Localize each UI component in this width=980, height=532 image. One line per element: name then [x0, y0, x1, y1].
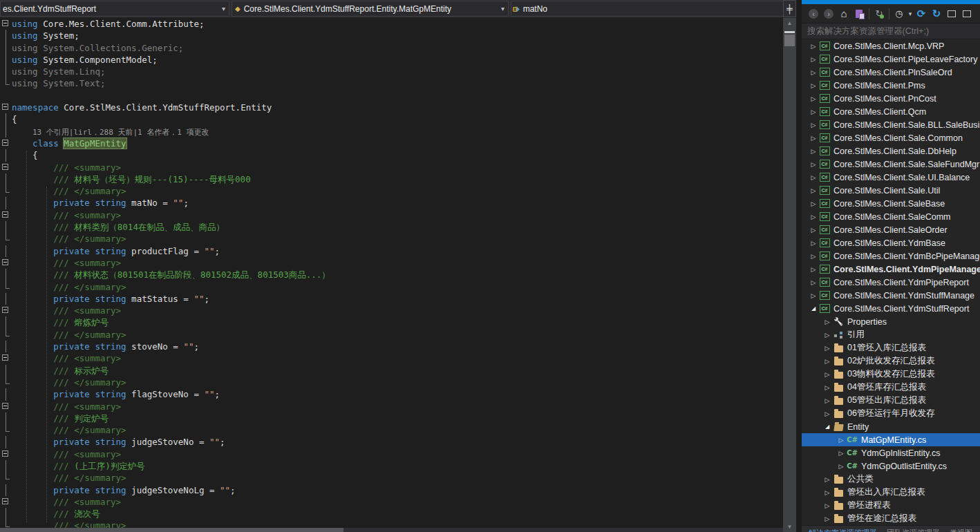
tree-row[interactable]: ▷04管坯库存汇总报表 — [802, 381, 980, 394]
tree-row[interactable]: ▷C#Core.StlMes.Client.Mcp.VRP — [802, 39, 980, 53]
expand-arrow-icon[interactable]: ▷ — [809, 266, 818, 273]
chevron-down-icon[interactable]: ▾ — [907, 10, 914, 17]
scroll-down-icon[interactable]: ▼ — [783, 524, 796, 530]
expand-arrow-icon[interactable]: ▷ — [822, 476, 832, 483]
expand-arrow-icon[interactable]: ▷ — [822, 371, 832, 378]
tree-row[interactable]: ▷管坯在途汇总报表 — [802, 512, 980, 525]
tree-row[interactable]: ▷C#Core.StlMes.Client.Sale.Common — [802, 131, 980, 144]
expand-arrow-icon[interactable]: ▷ — [809, 240, 818, 247]
vertical-scrollbar[interactable]: ▲ ▼ — [783, 18, 796, 532]
expand-arrow-icon[interactable]: ▷ — [809, 187, 818, 194]
tree-row[interactable]: ▷管坯出入库汇总报表 — [802, 486, 980, 499]
tree-row[interactable]: ▷06管坯运行年月收发存 — [802, 407, 980, 420]
show-all-files-button[interactable] — [959, 6, 974, 21]
tree-row[interactable]: ▷C#Core.StlMes.Client.Sale.Util — [802, 184, 980, 197]
filtered-view-button[interactable]: ↻ — [871, 6, 887, 21]
expand-arrow-icon[interactable]: ▷ — [822, 345, 832, 352]
expand-arrow-icon[interactable]: ▷ — [822, 515, 832, 522]
fold-marker-icon[interactable] — [0, 18, 12, 30]
expand-arrow-icon[interactable]: ▷ — [809, 161, 818, 168]
tree-row[interactable]: ▷C#Core.StlMes.Client.Sale.DbHelp — [802, 144, 980, 158]
expand-arrow-icon[interactable]: ▷ — [809, 200, 818, 207]
fold-marker-icon[interactable] — [0, 137, 12, 149]
tree-row[interactable]: ▷C#Core.StlMes.Client.Sale.UI.Balance — [802, 171, 980, 184]
tree-row[interactable]: ▷C#Core.StlMes.Client.Sale.BLL.SaleBusin… — [802, 118, 980, 131]
expand-arrow-icon[interactable]: ▷ — [836, 450, 846, 457]
fold-marker-icon[interactable] — [0, 448, 12, 460]
collapse-arrow-icon[interactable]: ◢ — [822, 424, 832, 430]
refresh-button[interactable]: ⟳ — [914, 6, 929, 21]
fold-marker-icon[interactable] — [0, 352, 12, 364]
tree-row[interactable]: ▷C#Core.StlMes.Client.YdmStuffManage — [802, 289, 980, 302]
tree-row[interactable]: ▷C#Core.StlMes.Client.SaleBase — [802, 197, 980, 210]
fold-marker-icon[interactable] — [0, 305, 12, 316]
tree-row[interactable]: ▷C#Core.StlMes.Client.PlnSaleOrd — [802, 66, 980, 79]
tree-row[interactable]: ▷C#Core.StlMes.Client.Qcm — [802, 105, 980, 118]
expand-arrow-icon[interactable]: ▷ — [822, 502, 832, 509]
tree-row[interactable]: ▷C#Core.StlMes.Client.PnCost — [802, 92, 980, 105]
horizontal-scrollbar[interactable] — [0, 528, 783, 532]
project-dropdown[interactable]: es.Client.YdmStuffReport ▾ — [0, 1, 229, 17]
tree-row[interactable]: ▷C#Core.StlMes.Client.SaleComm — [802, 210, 980, 223]
expand-arrow-icon[interactable]: ▷ — [822, 397, 832, 404]
expand-arrow-icon[interactable]: ▷ — [822, 358, 832, 365]
expand-arrow-icon[interactable]: ▷ — [809, 69, 818, 76]
split-editor-button[interactable]: ╪ — [783, 0, 796, 17]
expand-arrow-icon[interactable]: ▷ — [836, 437, 846, 444]
expand-arrow-icon[interactable]: ▷ — [822, 384, 832, 391]
scroll-up-icon[interactable]: ▲ — [783, 20, 796, 26]
tree-row[interactable]: ▷03物料收发存汇总报表 — [802, 368, 980, 381]
tree-row[interactable]: ▷C#Core.StlMes.Client.Sale.SaleFundMgr — [802, 158, 980, 171]
expand-arrow-icon[interactable]: ▷ — [822, 489, 832, 496]
tree-row[interactable]: ▷C#Core.StlMes.Client.YdmBase — [802, 236, 980, 249]
vertical-scrollbar-thumb[interactable] — [784, 35, 795, 46]
tree-row[interactable]: ▷05管坯出库汇总报表 — [802, 394, 980, 407]
panel-tab[interactable]: 解决方案资源管理器 — [809, 528, 877, 532]
panel-tab[interactable]: 团队资源管理器 — [887, 528, 940, 532]
expand-arrow-icon[interactable]: ▷ — [809, 227, 818, 234]
tree-row[interactable]: ▷公共类 — [802, 473, 980, 486]
fold-marker-icon[interactable] — [0, 257, 12, 269]
tree-row[interactable]: ▷02炉批收发存汇总报表 — [802, 354, 980, 368]
forward-button[interactable]: › — [821, 6, 836, 21]
expand-arrow-icon[interactable]: ▷ — [809, 174, 818, 181]
expand-arrow-icon[interactable]: ▷ — [809, 148, 818, 155]
tree-row[interactable]: ▷C#Core.StlMes.Client.SaleOrder — [802, 223, 980, 236]
expand-arrow-icon[interactable]: ▷ — [809, 43, 818, 50]
expand-arrow-icon[interactable]: ▷ — [809, 135, 818, 142]
tree-row[interactable]: ▷C#Core.StlMes.Client.YdmBcPipeManage — [802, 249, 980, 263]
expand-arrow-icon[interactable]: ▷ — [809, 108, 818, 115]
panel-tab[interactable]: 类视图 — [950, 528, 972, 532]
tree-row[interactable]: ▷C#MatGpMEntity.cs — [802, 433, 980, 446]
member-dropdown[interactable]: ◆ matNo ▾ — [511, 1, 791, 17]
collapse-arrow-icon[interactable]: ◢ — [809, 305, 818, 312]
search-input[interactable] — [802, 23, 980, 39]
tree-row[interactable]: ▷01管坯入库汇总报表 — [802, 341, 980, 354]
expand-arrow-icon[interactable]: ▷ — [809, 95, 818, 102]
fold-marker-icon[interactable] — [0, 496, 12, 508]
panel-separator[interactable] — [796, 0, 802, 532]
fold-marker-icon[interactable] — [0, 401, 12, 412]
expand-arrow-icon[interactable]: ▷ — [809, 279, 818, 286]
code-editor[interactable]: using Core.Mes.Client.Comm.Attribute;usi… — [0, 18, 783, 528]
tree-row[interactable]: ▷🔧Properties — [802, 315, 980, 328]
tree-row[interactable]: ▷C#Core.StlMes.Client.YdmPipeReport — [802, 276, 980, 289]
tree-row[interactable]: ◢C#Core.StlMes.Client.YdmStuffReport — [802, 302, 980, 315]
expand-arrow-icon[interactable]: ▷ — [809, 56, 818, 63]
expand-arrow-icon[interactable]: ▷ — [809, 122, 818, 129]
expand-arrow-icon[interactable]: ▷ — [809, 82, 818, 89]
expand-arrow-icon[interactable]: ▷ — [822, 332, 832, 339]
back-button[interactable]: ‹ — [806, 6, 821, 21]
expand-arrow-icon[interactable]: ▷ — [809, 253, 818, 260]
expand-arrow-icon[interactable]: ▷ — [809, 213, 818, 220]
tree-row[interactable]: ▷C#YdmGpInlistEntity.cs — [802, 446, 980, 459]
type-dropdown[interactable]: ◆ Core.StlMes.Client.YdmStuffReport.Enti… — [232, 1, 509, 17]
expand-arrow-icon[interactable]: ▷ — [836, 463, 846, 470]
fold-marker-icon[interactable] — [0, 209, 12, 221]
pending-changes-filter-button[interactable]: ◷ — [892, 6, 907, 21]
expand-arrow-icon[interactable]: ▷ — [809, 292, 818, 299]
sync-view-button[interactable]: ↻ — [929, 6, 944, 21]
collapse-all-button[interactable] — [944, 6, 959, 21]
expand-arrow-icon[interactable]: ▷ — [822, 319, 832, 325]
tree-row[interactable]: ▷C#Core.StlMes.Client.YdmPipeManage — [802, 263, 980, 276]
